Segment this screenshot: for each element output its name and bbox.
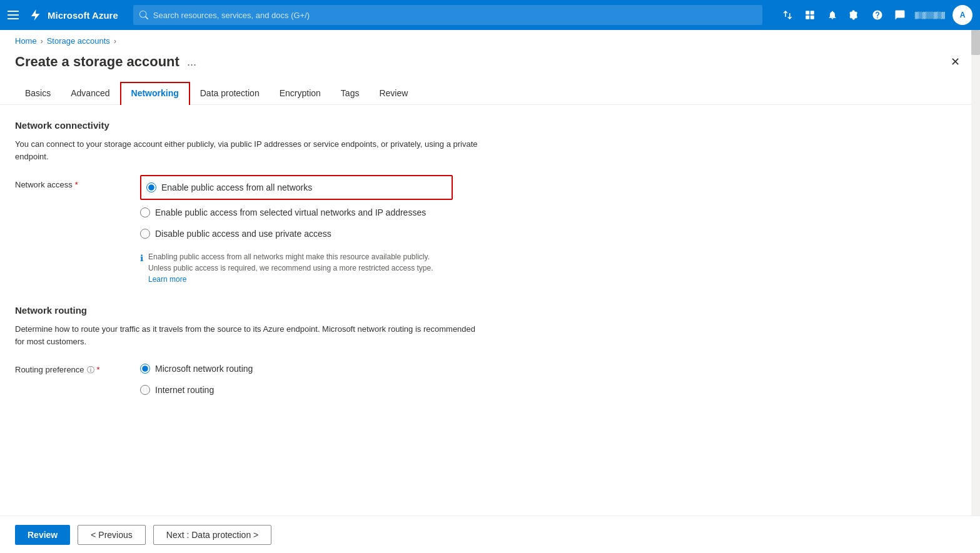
tab-review[interactable]: Review	[369, 83, 418, 104]
network-option-2-label: Enable public access from selected virtu…	[155, 207, 426, 217]
hamburger-menu-button[interactable]	[8, 9, 20, 21]
routing-option-1-radio[interactable]	[140, 364, 150, 374]
network-connectivity-description: You can connect to your storage account …	[15, 138, 478, 162]
network-option-2[interactable]: Enable public access from selected virtu…	[140, 204, 453, 221]
routing-option-2[interactable]: Internet routing	[140, 381, 253, 399]
learn-more-link[interactable]: Learn more	[148, 275, 186, 284]
tab-data-protection[interactable]: Data protection	[190, 83, 270, 104]
network-access-controls: Enable public access from all networks E…	[140, 175, 453, 285]
breadcrumb: Home › Storage accounts ›	[0, 30, 980, 49]
network-access-label-text: Network access	[15, 180, 73, 189]
routing-required: *	[97, 365, 100, 374]
routing-option-1[interactable]: Microsoft network routing	[140, 360, 253, 377]
app-title: Microsoft Azure	[48, 10, 118, 21]
page-more-options[interactable]: ...	[187, 56, 196, 69]
routing-controls: Microsoft network routing Internet routi…	[140, 360, 253, 399]
page-close-button[interactable]: ✕	[945, 52, 965, 72]
network-option-1-radio[interactable]	[146, 182, 156, 192]
network-info-message: ℹ Enabling public access from all networ…	[140, 251, 453, 285]
network-option-2-radio[interactable]	[140, 207, 150, 217]
routing-help-icon[interactable]: ⓘ	[87, 365, 94, 376]
breadcrumb-storage[interactable]: Storage accounts	[47, 36, 110, 46]
routing-preference-row: Routing preference ⓘ * Microsoft network…	[15, 360, 548, 399]
help-button[interactable]	[867, 5, 887, 25]
routing-option-1-label: Microsoft network routing	[155, 364, 253, 374]
routing-label-text: Routing preference	[15, 365, 84, 374]
notification-button[interactable]	[822, 5, 842, 25]
network-routing-title: Network routing	[15, 305, 548, 316]
svg-rect-0	[806, 11, 809, 14]
network-routing-description: Determine how to route your traffic as i…	[15, 323, 478, 347]
network-access-row: Network access * Enable public access fr…	[15, 175, 548, 285]
network-option-1-label: Enable public access from all networks	[161, 182, 312, 192]
network-connectivity-title: Network connectivity	[15, 120, 548, 131]
svg-rect-1	[811, 11, 814, 14]
user-avatar[interactable]: A	[952, 5, 972, 25]
page-title: Create a storage account	[15, 54, 179, 70]
feedback-button[interactable]	[890, 5, 910, 25]
scrollbar-thumb[interactable]	[971, 30, 980, 55]
search-input[interactable]	[153, 11, 756, 20]
network-info-text: Enabling public access from all networks…	[148, 251, 453, 285]
routing-label: Routing preference ⓘ *	[15, 360, 140, 399]
account-info: ▓▒▓▒▒▓▒▓	[915, 12, 945, 19]
directory-button[interactable]	[800, 5, 820, 25]
network-option-1[interactable]: Enable public access from all networks	[146, 179, 447, 196]
search-bar[interactable]	[133, 5, 762, 25]
routing-option-2-label: Internet routing	[155, 385, 214, 395]
network-routing-section: Network routing Determine how to route y…	[15, 305, 548, 399]
breadcrumb-home[interactable]: Home	[15, 36, 37, 46]
scrollbar-track[interactable]	[971, 30, 980, 492]
page-header-left: Create a storage account ...	[15, 54, 196, 70]
network-option-3[interactable]: Disable public access and use private ac…	[140, 225, 453, 242]
tab-networking[interactable]: Networking	[120, 82, 190, 105]
search-icon	[139, 11, 148, 19]
network-option-3-radio[interactable]	[140, 229, 150, 239]
tab-encryption[interactable]: Encryption	[270, 83, 331, 104]
breadcrumb-separator-2: ›	[114, 37, 116, 46]
tab-advanced[interactable]: Advanced	[61, 83, 119, 104]
tab-tags[interactable]: Tags	[331, 83, 370, 104]
breadcrumb-separator-1: ›	[41, 37, 43, 46]
topbar: Microsoft Azure ▓▒▓▒▒▓▒▓ A	[0, 0, 980, 30]
topbar-actions: ▓▒▓▒▒▓▒▓ A	[777, 5, 972, 25]
cloud-shell-button[interactable]	[777, 5, 797, 25]
settings-button[interactable]	[845, 5, 865, 25]
tab-bar: Basics Advanced Networking Data protecti…	[0, 82, 980, 105]
routing-option-2-radio[interactable]	[140, 385, 150, 395]
svg-rect-2	[806, 16, 809, 19]
svg-rect-3	[811, 16, 814, 19]
network-access-label: Network access *	[15, 175, 140, 285]
network-access-required: *	[75, 180, 78, 189]
main-content: Network connectivity You can connect to …	[0, 105, 563, 492]
network-option-1-highlight: Enable public access from all networks	[140, 175, 453, 200]
tab-basics[interactable]: Basics	[15, 83, 61, 104]
info-icon: ℹ	[140, 252, 143, 285]
network-connectivity-section: Network connectivity You can connect to …	[15, 120, 548, 285]
network-option-3-label: Disable public access and use private ac…	[155, 229, 331, 239]
azure-logo: Microsoft Azure	[28, 7, 118, 22]
page-header: Create a storage account ... ✕	[0, 49, 980, 82]
